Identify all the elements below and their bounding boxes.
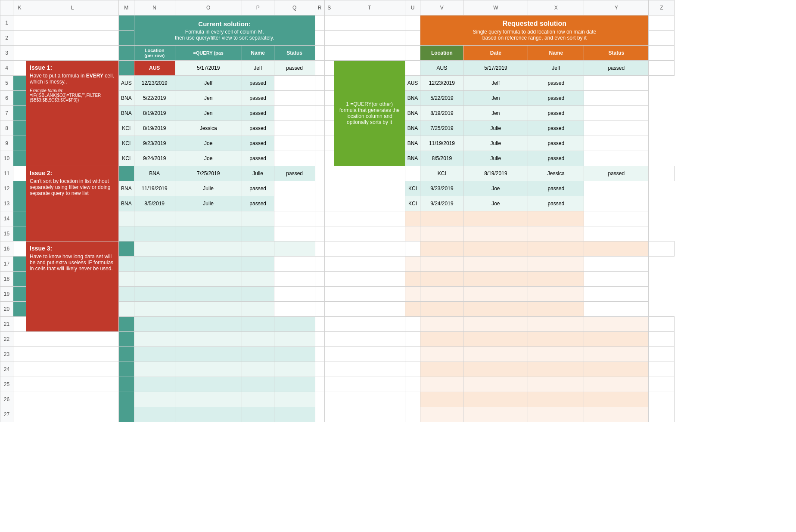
cell-M16: [119, 241, 134, 257]
cell-R21: [315, 317, 324, 332]
cell-Q25: [274, 377, 315, 392]
issue1-title: Issue 1:: [30, 64, 115, 71]
cell-Y19: [528, 287, 584, 302]
cell-U8: [324, 121, 334, 136]
cell-Y14: [528, 211, 584, 226]
row-1: 1 Current solution: Formula in every cel…: [0, 15, 675, 31]
cell-T2: [334, 31, 405, 46]
col-U: U: [405, 0, 420, 15]
current-solution-title: Current solution:: [138, 20, 311, 28]
cell-S11: [324, 166, 334, 181]
cell-U5: [324, 76, 334, 91]
row-23: 23: [0, 347, 675, 362]
col-M: M: [119, 0, 134, 15]
cell-S7: [315, 106, 324, 121]
cell-X9: Julie: [463, 136, 528, 151]
cell-P23: [242, 347, 274, 362]
cell-N19: [119, 287, 134, 302]
row-num-23: 23: [0, 347, 13, 362]
cell-U21: [405, 317, 420, 332]
cell-W9: 11/19/2019: [420, 136, 463, 151]
cell-S18: [315, 272, 324, 287]
row-25: 25: [0, 377, 675, 392]
cell-T1: [334, 15, 405, 31]
cell-O25: [175, 377, 242, 392]
cell-S3: [324, 46, 334, 61]
cell-W4: 5/17/2019: [463, 61, 528, 76]
cell-P6: Jen: [175, 91, 242, 106]
row-26: 26: [0, 392, 675, 407]
cell-N11: BNA: [134, 166, 175, 181]
cell-P4: Jeff: [242, 61, 274, 76]
cell-N24: [134, 362, 175, 377]
issue1-example-label: Example formula:: [30, 88, 115, 93]
cell-V14: [405, 211, 420, 226]
cell-T12: [324, 181, 334, 196]
row-num-7: 7: [0, 106, 13, 121]
cell-R14: [274, 211, 315, 226]
cell-P7: Jen: [175, 106, 242, 121]
cell-W13: 9/24/2019: [420, 196, 463, 211]
cell-L1: [26, 15, 119, 31]
cell-R8: [274, 121, 315, 136]
cell-M13: [13, 196, 26, 211]
cell-M20: [13, 302, 26, 317]
cell-K27: [13, 407, 26, 422]
right-col-location: Location: [420, 46, 463, 61]
cell-Z1: [649, 15, 675, 31]
col-N: N: [134, 0, 175, 15]
cell-N15: [119, 226, 134, 241]
cell-W21: [463, 317, 528, 332]
row-num-17: 17: [0, 257, 13, 272]
cell-X16: [528, 241, 584, 257]
cell-Y15: [528, 226, 584, 241]
cell-S12: [315, 181, 324, 196]
cell-X23: [528, 347, 584, 362]
cell-Z23: [649, 347, 675, 362]
cell-V27: [420, 407, 463, 422]
cell-Y12: passed: [528, 181, 584, 196]
cell-S1: [324, 15, 334, 31]
cell-Z26: [649, 392, 675, 407]
cell-Y8: passed: [528, 121, 584, 136]
cell-Z11: [649, 166, 675, 181]
row-num-5: 5: [0, 76, 13, 91]
cell-Q20: [242, 302, 274, 317]
cell-U2: [405, 31, 420, 46]
row-num-6: 6: [0, 91, 13, 106]
cell-Q21: [274, 317, 315, 332]
cell-O7: 8/19/2019: [134, 106, 175, 121]
cell-O9: 9/23/2019: [134, 136, 175, 151]
cell-Q13: passed: [242, 196, 274, 211]
cell-Y10: passed: [528, 151, 584, 166]
cell-N9: KCI: [119, 136, 134, 151]
cell-W8: 7/25/2019: [420, 121, 463, 136]
row-num-9: 9: [0, 136, 13, 151]
col-X: X: [528, 0, 584, 15]
cell-R7: [274, 106, 315, 121]
cell-M11: [119, 166, 134, 181]
cell-U23: [405, 347, 420, 362]
cell-S15: [315, 226, 324, 241]
cell-R2: [315, 31, 324, 46]
cell-O12: 11/19/2019: [134, 181, 175, 196]
cell-Z22: [649, 332, 675, 347]
cell-O13: 8/5/2019: [134, 196, 175, 211]
cell-T27: [334, 407, 405, 422]
cell-T13: [324, 196, 334, 211]
cell-R26: [315, 392, 324, 407]
cell-S24: [324, 362, 334, 377]
cell-R5: [274, 76, 315, 91]
cell-W5: 12/23/2019: [420, 76, 463, 91]
row-num-11: 11: [0, 166, 13, 181]
cell-M26: [119, 392, 134, 407]
cell-M17: [13, 257, 26, 272]
right-col-name: Name: [528, 46, 584, 61]
cell-M1: [119, 15, 134, 31]
cell-O16: [175, 241, 242, 257]
cell-X10: Julie: [463, 151, 528, 166]
cell-R18: [274, 272, 315, 287]
cell-N20: [119, 302, 134, 317]
cell-V20: [405, 302, 420, 317]
cell-N22: [134, 332, 175, 347]
